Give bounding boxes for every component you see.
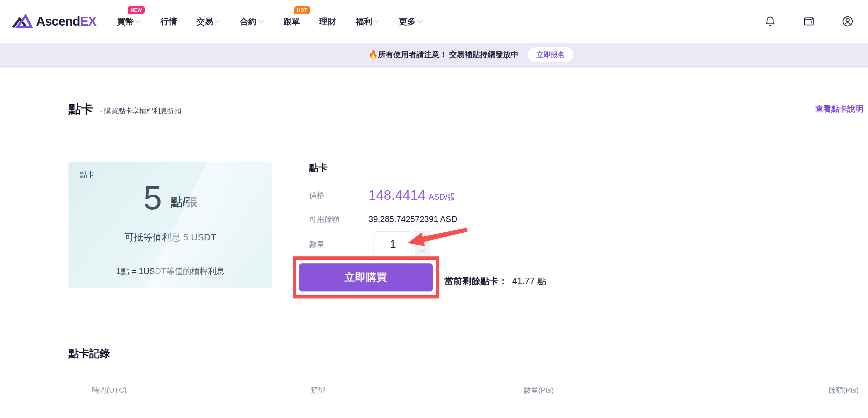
stepper-up-icon[interactable] xyxy=(419,236,425,242)
card-label: 點卡 xyxy=(80,170,272,180)
header-icons xyxy=(764,15,854,28)
column-type: 類型 xyxy=(311,385,524,395)
price-value: 148.4414 xyxy=(369,188,426,203)
balance-label: 可用餘額 xyxy=(309,214,369,224)
top-navbar: AscendEX NEW 買幣 行情 交易 合約 HOT 跟單 理財 福利 xyxy=(0,0,868,43)
price-label: 價格 xyxy=(309,190,369,200)
logo-wordmark: AscendEX xyxy=(36,14,96,29)
nav-item-markets[interactable]: 行情 xyxy=(160,16,177,27)
ascendex-logo[interactable]: AscendEX xyxy=(12,12,96,30)
main-nav: NEW 買幣 行情 交易 合約 HOT 跟單 理財 福利 更多 xyxy=(117,16,423,27)
title-divider xyxy=(68,133,868,134)
chevron-right-icon xyxy=(866,106,868,112)
announcement-text: 🔥所有使用者請注意！ 交易補貼持續發放中 xyxy=(368,50,518,60)
account-user-icon[interactable] xyxy=(841,15,854,28)
view-point-card-info-link[interactable]: 查看點卡說明 xyxy=(815,103,868,114)
remaining-points-label: 當前剩餘點卡： xyxy=(444,275,507,287)
card-interest-note: 可抵等值利息 5 USDT xyxy=(68,231,272,244)
purchase-heading: 點卡 xyxy=(309,162,457,174)
page-title: 點卡 xyxy=(68,101,93,118)
remaining-points: 當前剩餘點卡： 41.77 點 xyxy=(444,275,546,287)
stepper-down-icon[interactable] xyxy=(419,246,425,252)
chevron-down-icon xyxy=(135,17,141,23)
nav-item-rewards[interactable]: 福利 xyxy=(355,16,379,27)
nav-item-trade[interactable]: 交易 xyxy=(196,16,220,27)
notifications-bell-icon[interactable] xyxy=(764,15,776,28)
chevron-down-icon xyxy=(373,17,379,23)
remaining-points-value: 41.77 點 xyxy=(512,275,546,287)
chevron-down-icon xyxy=(416,17,423,23)
price-unit: ASD/張 xyxy=(429,192,455,202)
nav-item-copy-trading[interactable]: HOT 跟單 xyxy=(283,16,300,27)
wallet-icon[interactable] xyxy=(803,15,815,28)
card-conversion-note: 1點 = 1USDT等值的槓桿利息 xyxy=(68,266,272,277)
column-time: 時間(UTC) xyxy=(92,385,311,395)
balance-value: 39,285.742572391 ASD xyxy=(369,214,457,224)
hot-badge: HOT xyxy=(294,6,310,14)
nav-item-futures[interactable]: 合約 xyxy=(240,16,264,27)
records-table-header: 時間(UTC) 類型 數量(Pts) 餘額(Pts) xyxy=(68,385,868,395)
buy-now-button[interactable]: 立即購買 xyxy=(299,263,433,291)
nav-item-more[interactable]: 更多 xyxy=(399,16,423,27)
chevron-down-icon xyxy=(214,17,220,23)
page-subtitle: · 購買點卡享槓桿利息折扣 xyxy=(100,106,181,116)
column-amount: 數量(Pts) xyxy=(524,385,829,395)
records-divider xyxy=(68,405,868,405)
nav-item-buy-crypto[interactable]: NEW 買幣 xyxy=(117,16,141,27)
signup-now-button[interactable]: 立即报名 xyxy=(528,47,573,62)
card-divider xyxy=(113,222,227,222)
nav-item-earn[interactable]: 理財 xyxy=(319,16,336,27)
red-rectangle-annotation: 立即購買 xyxy=(293,256,439,298)
purchase-section: 點卡 5 點/張 可抵等值利息 5 USDT 1點 = 1USDT等值的槓桿利息… xyxy=(68,162,868,299)
point-card-records-section: 點卡記錄 時間(UTC) 類型 數量(Pts) 餘額(Pts) xyxy=(68,347,868,405)
quantity-stepper[interactable] xyxy=(415,231,430,257)
records-heading: 點卡記錄 xyxy=(68,347,868,361)
new-badge: NEW xyxy=(128,6,145,14)
card-points-unit: 點/張 xyxy=(171,194,197,210)
quantity-input[interactable] xyxy=(374,231,412,257)
column-balance: 餘額(Pts) xyxy=(829,385,859,395)
chevron-down-icon xyxy=(257,17,264,23)
quantity-label: 數量 xyxy=(309,239,369,249)
ascendex-logo-icon xyxy=(12,12,33,30)
card-points-value: 5 xyxy=(143,180,162,215)
page-head: 點卡 · 購買點卡享槓桿利息折扣 查看點卡說明 xyxy=(68,101,868,134)
announcement-banner: 🔥所有使用者請注意！ 交易補貼持續發放中 立即报名 xyxy=(0,43,868,67)
point-card-tile: 點卡 5 點/張 可抵等值利息 5 USDT 1點 = 1USDT等值的槓桿利息 xyxy=(68,162,272,288)
